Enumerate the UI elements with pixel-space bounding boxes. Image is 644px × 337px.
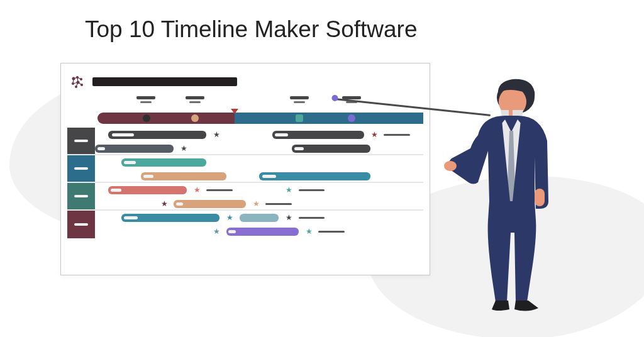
- page-title: Top 10 Timeline Maker Software: [85, 16, 418, 43]
- milestone-star-icon[interactable]: ★: [253, 200, 260, 207]
- row-body: ★★★★: [95, 211, 423, 238]
- svg-rect-18: [535, 189, 545, 206]
- row-body: ★★★★: [95, 183, 423, 209]
- task-bar[interactable]: [108, 186, 187, 194]
- timeline-bar[interactable]: [97, 113, 423, 124]
- gantt-row: ★★★★: [67, 183, 423, 211]
- pointer-tip-icon: [331, 94, 338, 101]
- timeline-tick-label: [136, 96, 155, 103]
- gantt-row: [67, 155, 423, 183]
- svg-point-17: [444, 161, 457, 171]
- milestone-star-icon[interactable]: ★: [305, 228, 313, 235]
- milestone-label-placeholder: [265, 203, 292, 205]
- milestone-star-icon[interactable]: ★: [370, 131, 378, 138]
- gantt-row: ★★★: [67, 128, 423, 155]
- row-header[interactable]: [67, 155, 95, 182]
- milestone-star-icon[interactable]: ★: [180, 145, 188, 152]
- app-logo-icon: [70, 75, 85, 90]
- milestone-star-icon[interactable]: ★: [286, 186, 293, 194]
- milestone-star-icon[interactable]: ★: [286, 214, 293, 221]
- task-bar[interactable]: [259, 172, 370, 180]
- row-header[interactable]: [67, 128, 95, 154]
- task-bar[interactable]: [292, 145, 370, 153]
- milestone-label-placeholder: [299, 189, 325, 191]
- milestone-label-placeholder: [318, 231, 345, 233]
- row-header[interactable]: [67, 211, 95, 238]
- row-body: ★★★: [95, 128, 423, 154]
- milestone-star-icon[interactable]: ★: [213, 228, 221, 235]
- milestone-label-placeholder: [206, 189, 233, 191]
- row-body: [95, 155, 423, 182]
- milestone-star-icon[interactable]: ★: [194, 186, 201, 194]
- milestone-star-icon[interactable]: ★: [213, 131, 221, 138]
- timeline-segment-1: [97, 113, 235, 124]
- task-bar[interactable]: [108, 131, 207, 139]
- gantt-rows: ★★★★★★★★★★★: [67, 128, 423, 268]
- row-header[interactable]: [67, 183, 95, 209]
- timeline-marker[interactable]: [191, 114, 199, 122]
- task-bar[interactable]: [240, 214, 279, 222]
- milestone-star-icon[interactable]: ★: [160, 200, 168, 207]
- task-bar[interactable]: [121, 158, 207, 167]
- task-bar[interactable]: [226, 228, 299, 236]
- task-bar[interactable]: [95, 145, 174, 153]
- task-bar[interactable]: [174, 200, 246, 208]
- gantt-row: ★★★★: [67, 211, 423, 238]
- timeline-board: ★★★★★★★★★★★: [60, 63, 430, 275]
- timeline-marker[interactable]: [296, 114, 303, 122]
- task-bar[interactable]: [141, 172, 226, 180]
- timeline-marker[interactable]: [143, 114, 150, 122]
- milestone-label-placeholder: [299, 217, 325, 219]
- timeline-tick-label: [186, 96, 204, 103]
- timeline-segment-2: [235, 113, 423, 124]
- timeline-current-marker-icon: [231, 109, 238, 114]
- timeline-tick-label: [290, 96, 309, 103]
- milestone-label-placeholder: [384, 134, 410, 136]
- task-bar[interactable]: [121, 214, 220, 222]
- board-title-placeholder: [92, 77, 237, 86]
- task-bar[interactable]: [272, 131, 364, 139]
- timeline-marker[interactable]: [348, 114, 355, 122]
- milestone-star-icon[interactable]: ★: [226, 214, 234, 221]
